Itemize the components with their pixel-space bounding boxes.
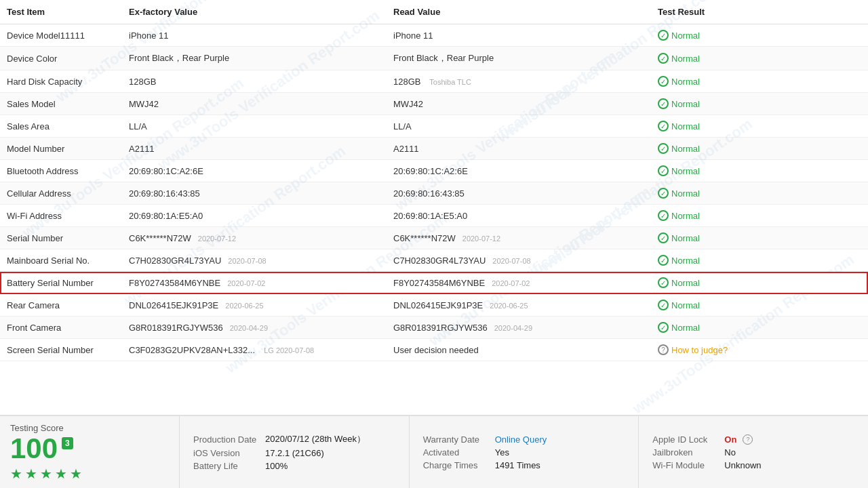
check-circle-icon: ✓: [658, 322, 669, 333]
table-row: Rear CameraDNL026415EJK91P3E2020-06-25DN…: [0, 294, 868, 317]
header-test-item: Test Item: [0, 0, 122, 24]
check-circle-icon: ✓: [658, 255, 669, 266]
warranty-date-value[interactable]: Online Query: [495, 434, 547, 445]
normal-status-indicator: ✓Normal: [658, 30, 861, 41]
cell-read-value: 128GB Toshiba TLC: [387, 70, 651, 93]
check-circle-icon: ✓: [658, 232, 669, 243]
cell-ex-factory: C3F0283G2UPKV28AN+L332... LG 2020-07-08: [122, 339, 387, 361]
cell-read-value: 20:69:80:1A:E5:A0: [387, 205, 651, 227]
wifi-module-label: Wi-Fi Module: [652, 460, 720, 470]
star-4: ★: [55, 466, 67, 482]
cell-test-result: ✓Normal: [651, 47, 868, 70]
table-row: Cellular Address20:69:80:16:43:8520:69:8…: [0, 182, 868, 205]
cell-read-value: F8Y02743584M6YNBE2020-07-02: [387, 272, 651, 294]
normal-status-indicator: ✓Normal: [658, 188, 861, 199]
test-results-table-container: Test Item Ex-factory Value Read Value Te…: [0, 0, 868, 361]
apple-lock-help-icon[interactable]: ?: [743, 434, 753, 445]
normal-status-indicator: ✓Normal: [658, 98, 861, 109]
cell-test-item: Serial Number: [0, 227, 122, 249]
result-label: Normal: [671, 323, 700, 333]
result-label: Normal: [671, 54, 700, 64]
table-row: Model NumberA2111A2111✓Normal: [0, 138, 868, 160]
table-row: Serial NumberC6K******N72W2020-07-12C6K*…: [0, 227, 868, 249]
score-row: 100 3: [10, 434, 73, 463]
production-date-label: Production Date: [193, 434, 261, 445]
check-circle-icon: ✓: [658, 53, 669, 64]
cell-test-item: Battery Serial Number: [0, 272, 122, 294]
cell-read-value: DNL026415EJK91P3E2020-06-25: [387, 294, 651, 317]
check-circle-icon: ✓: [658, 300, 669, 310]
cell-ex-factory: A2111: [122, 138, 387, 160]
cell-test-item: Cellular Address: [0, 182, 122, 205]
table-row: Screen Serial NumberC3F0283G2UPKV28AN+L3…: [0, 339, 868, 361]
apple-lock-row: Apple ID Lock On ?: [652, 434, 854, 445]
score-badge: 3: [62, 437, 73, 449]
cell-read-value: 20:69:80:1C:A2:6E: [387, 160, 651, 182]
result-label: Normal: [671, 278, 700, 288]
check-circle-icon: ✓: [658, 121, 669, 131]
cell-test-item: Device Model11111: [0, 24, 122, 47]
apple-lock-label: Apple ID Lock: [652, 434, 720, 445]
battery-life-label: Battery Life: [193, 461, 261, 471]
cell-read-value: MWJ42: [387, 93, 651, 115]
table-row: Wi-Fi Address20:69:80:1A:E5:A020:69:80:1…: [0, 205, 868, 227]
judge-status-indicator: ?How to judge?: [658, 344, 861, 355]
cell-test-item: Screen Serial Number: [0, 339, 122, 361]
cell-read-value: C7H02830GR4L73YAU2020-07-08: [387, 249, 651, 272]
cell-test-result: ✓Normal: [651, 317, 868, 339]
how-to-judge-link[interactable]: How to judge?: [671, 345, 728, 355]
cell-test-item: Sales Model: [0, 93, 122, 115]
result-label: Normal: [671, 121, 700, 131]
jailbroken-value: No: [724, 447, 736, 458]
wifi-module-value: Unknown: [724, 460, 761, 470]
cell-test-item: Front Camera: [0, 317, 122, 339]
warranty-date-row: Warranty Date Online Query: [423, 434, 625, 445]
table-row: Device Model11111iPhone 11iPhone 11✓Norm…: [0, 24, 868, 47]
cell-test-result: ✓Normal: [651, 93, 868, 115]
check-circle-icon: ✓: [658, 210, 669, 221]
cell-ex-factory: MWJ42: [122, 93, 387, 115]
cell-test-item: Rear Camera: [0, 294, 122, 317]
normal-status-indicator: ✓Normal: [658, 322, 861, 333]
cell-read-value: 20:69:80:16:43:85: [387, 182, 651, 205]
check-circle-icon: ✓: [658, 188, 669, 199]
normal-status-indicator: ✓Normal: [658, 232, 861, 243]
jailbroken-row: Jailbroken No: [652, 447, 854, 458]
score-section: Testing Score 100 3 ★ ★ ★ ★ ★: [0, 416, 180, 488]
cell-ex-factory: 20:69:80:1C:A2:6E: [122, 160, 387, 182]
normal-status-indicator: ✓Normal: [658, 143, 861, 154]
cell-read-value: G8R018391RGJYW5362020-04-29: [387, 317, 651, 339]
battery-life-value: 100%: [265, 461, 288, 471]
cell-read-value: A2111: [387, 138, 651, 160]
cell-ex-factory: Front Black，Rear Purple: [122, 47, 387, 70]
result-label: Normal: [671, 233, 700, 243]
result-label: Normal: [671, 166, 700, 176]
cell-test-result: ✓Normal: [651, 272, 868, 294]
cell-ex-factory: 128GB: [122, 70, 387, 93]
cell-ex-factory: LL/A: [122, 115, 387, 138]
cell-test-item: Sales Area: [0, 115, 122, 138]
normal-status-indicator: ✓Normal: [658, 255, 861, 266]
cell-read-value: User decision needed: [387, 339, 651, 361]
result-label: Normal: [671, 99, 700, 109]
cell-test-item: Device Color: [0, 47, 122, 70]
testing-score-value: 100: [10, 434, 58, 463]
charge-times-value: 1491 Times: [495, 460, 540, 470]
table-row: Sales AreaLL/ALL/A✓Normal: [0, 115, 868, 138]
cell-read-value: Front Black，Rear Purple: [387, 47, 651, 70]
table-row: Front CameraG8R018391RGJYW5362020-04-29G…: [0, 317, 868, 339]
activated-label: Activated: [423, 447, 491, 458]
footer-section: Testing Score 100 3 ★ ★ ★ ★ ★ Production…: [0, 415, 868, 488]
check-circle-icon: ✓: [658, 76, 669, 87]
table-row: Battery Serial NumberF8Y02743584M6YNBE20…: [0, 272, 868, 294]
wifi-module-row: Wi-Fi Module Unknown: [652, 460, 854, 470]
star-3: ★: [40, 466, 52, 482]
battery-life-row: Battery Life 100%: [193, 461, 395, 471]
apple-lock-value: On: [724, 434, 736, 445]
cell-ex-factory: G8R018391RGJYW5362020-04-29: [122, 317, 387, 339]
cell-ex-factory: iPhone 11: [122, 24, 387, 47]
header-test-result: Test Result: [651, 0, 868, 24]
table-header-row: Test Item Ex-factory Value Read Value Te…: [0, 0, 868, 24]
cell-test-result: ?How to judge?: [651, 339, 868, 361]
testing-score-label: Testing Score: [10, 423, 64, 433]
